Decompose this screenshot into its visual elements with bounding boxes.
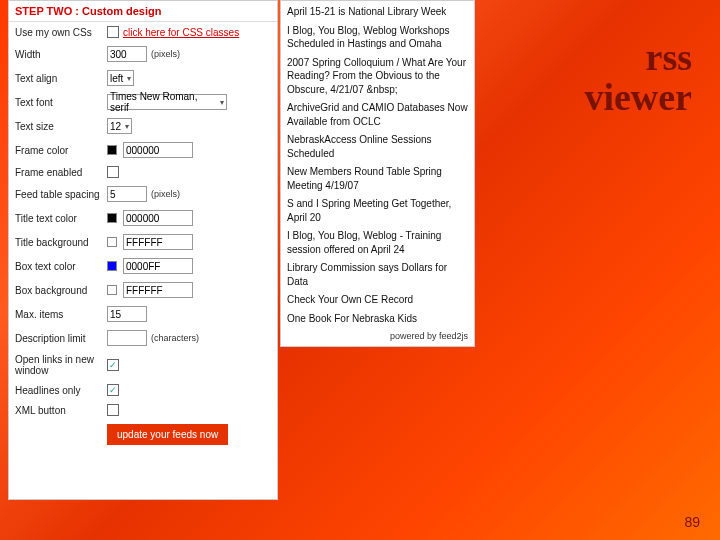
frame-enabled-checkbox[interactable] <box>107 166 119 178</box>
max-items-input[interactable] <box>107 306 147 322</box>
use-own-css-checkbox[interactable] <box>107 26 119 38</box>
feed-item[interactable]: ArchiveGrid and CAMIO Databases Now Avai… <box>287 101 468 128</box>
title-bg-input[interactable] <box>123 234 193 250</box>
text-align-label: Text align <box>15 73 103 84</box>
desc-limit-input[interactable] <box>107 330 147 346</box>
feed-spacing-suffix: (pixels) <box>151 189 180 199</box>
custom-design-label: Custom design <box>82 5 161 17</box>
width-input[interactable] <box>107 46 147 62</box>
text-align-value: left <box>110 73 123 84</box>
powered-by-label: powered by feed2js <box>287 330 468 342</box>
text-size-select[interactable]: 12 ▾ <box>107 118 132 134</box>
xml-button-label: XML button <box>15 405 103 416</box>
text-font-select[interactable]: Times New Roman, serif ▾ <box>107 94 227 110</box>
desc-limit-label: Description limit <box>15 333 103 344</box>
feed-item[interactable]: Library Commission says Dollars for Data <box>287 261 468 288</box>
css-classes-link[interactable]: click here for CSS classes <box>123 27 239 38</box>
box-text-input[interactable] <box>123 258 193 274</box>
text-font-value: Times New Roman, serif <box>110 91 216 113</box>
chevron-down-icon: ▾ <box>220 98 224 107</box>
frame-color-label: Frame color <box>15 145 103 156</box>
xml-button-checkbox[interactable] <box>107 404 119 416</box>
feed-item[interactable]: S and I Spring Meeting Get Together, Apr… <box>287 197 468 224</box>
chevron-down-icon: ▾ <box>125 122 129 131</box>
feed-item[interactable]: I Blog, You Blog, Weblog - Training sess… <box>287 229 468 256</box>
feed-preview-panel: April 15-21 is National Library Week I B… <box>280 0 475 347</box>
headlines-only-label: Headlines only <box>15 385 103 396</box>
chevron-down-icon: ▾ <box>127 74 131 83</box>
feed-item[interactable]: New Members Round Table Spring Meeting 4… <box>287 165 468 192</box>
headlines-only-checkbox[interactable]: ✓ <box>107 384 119 396</box>
feed-item[interactable]: April 15-21 is National Library Week <box>287 5 468 19</box>
custom-design-panel: STEP TWO : Custom design Use my own CSs … <box>8 0 278 500</box>
feed-item[interactable]: Check Your Own CE Record <box>287 293 468 307</box>
max-items-label: Max. items <box>15 309 103 320</box>
open-links-label: Open links in new window <box>15 354 103 376</box>
box-bg-input[interactable] <box>123 282 193 298</box>
text-font-label: Text font <box>15 97 103 108</box>
feed-item[interactable]: 2007 Spring Colloquium / What Are Your R… <box>287 56 468 97</box>
box-bg-label: Box background <box>15 285 103 296</box>
feed-spacing-label: Feed table spacing <box>15 189 103 200</box>
title-bg-swatch[interactable] <box>107 237 117 247</box>
text-size-value: 12 <box>110 121 121 132</box>
text-size-label: Text size <box>15 121 103 132</box>
frame-enabled-label: Frame enabled <box>15 167 103 178</box>
step-header: STEP TWO : Custom design <box>9 1 277 22</box>
feed-item[interactable]: One Book For Nebraska Kids <box>287 312 468 326</box>
use-own-css-label: Use my own CSs <box>15 27 103 38</box>
feed-spacing-input[interactable] <box>107 186 147 202</box>
title-line2: viewer <box>584 78 692 118</box>
box-text-label: Box text color <box>15 261 103 272</box>
frame-color-swatch[interactable] <box>107 145 117 155</box>
title-text-swatch[interactable] <box>107 213 117 223</box>
frame-color-input[interactable] <box>123 142 193 158</box>
box-bg-swatch[interactable] <box>107 285 117 295</box>
width-label: Width <box>15 49 103 60</box>
update-feeds-button[interactable]: update your feeds now <box>107 424 228 445</box>
title-bg-label: Title background <box>15 237 103 248</box>
title-text-color-label: Title text color <box>15 213 103 224</box>
open-links-checkbox[interactable]: ✓ <box>107 359 119 371</box>
desc-limit-suffix: (characters) <box>151 333 199 343</box>
width-suffix: (pixels) <box>151 49 180 59</box>
page-title: rss viewer <box>584 38 692 118</box>
step-two-label: STEP TWO : <box>15 5 79 17</box>
box-text-swatch[interactable] <box>107 261 117 271</box>
title-text-input[interactable] <box>123 210 193 226</box>
feed-item[interactable]: I Blog, You Blog, Weblog Workshops Sched… <box>287 24 468 51</box>
page-number: 89 <box>684 514 700 530</box>
title-line1: rss <box>584 38 692 78</box>
feed-item[interactable]: NebraskAccess Online Sessions Scheduled <box>287 133 468 160</box>
text-align-select[interactable]: left ▾ <box>107 70 134 86</box>
